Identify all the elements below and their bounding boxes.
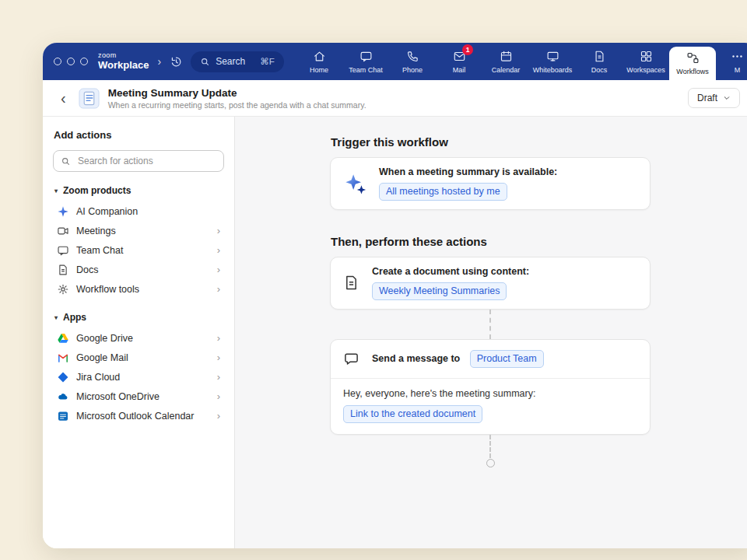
nav-item-phone[interactable]: Phone bbox=[389, 43, 436, 80]
sidebar-item-workflow-tools[interactable]: Workflow tools › bbox=[53, 279, 224, 299]
sidebar-item-label: Team Chat bbox=[76, 245, 123, 256]
send-message-header-row: Send a message to Product Team bbox=[331, 340, 650, 379]
navbar-left-cluster: zoom Workplace › Search ⌘F bbox=[43, 43, 284, 80]
message-body-section: Hey, everyone, here's the meeting summar… bbox=[331, 379, 650, 434]
nav-item-workflows-active[interactable]: Workflows bbox=[669, 47, 716, 80]
sidebar-item-docs[interactable]: Docs › bbox=[53, 260, 224, 279]
sidebar-heading: Add actions bbox=[54, 129, 223, 141]
workspaces-icon bbox=[640, 50, 653, 63]
trigger-card[interactable]: When a meeting summary is available: All… bbox=[330, 157, 651, 210]
video-camera-icon bbox=[57, 225, 69, 237]
nav-item-more-partial[interactable]: M bbox=[716, 43, 747, 80]
nav-item-team-chat[interactable]: Team Chat bbox=[342, 43, 389, 80]
nav-item-label: Team Chat bbox=[349, 66, 383, 74]
nav-item-home[interactable]: Home bbox=[296, 43, 342, 80]
sidebar-item-label: Microsoft OneDrive bbox=[76, 391, 160, 402]
trigger-scope-chip[interactable]: All meetings hosted by me bbox=[379, 183, 507, 201]
nav-item-docs[interactable]: Docs bbox=[576, 43, 622, 80]
workflows-icon bbox=[686, 51, 700, 65]
workflow-flow-column: Trigger this workflow When a meeting sum… bbox=[330, 135, 651, 467]
nav-item-mail[interactable]: 1 Mail bbox=[436, 43, 482, 80]
create-document-card[interactable]: Create a document using content: Weekly … bbox=[330, 257, 651, 310]
window-controls bbox=[54, 58, 88, 65]
ai-companion-sparkle-icon bbox=[57, 205, 69, 218]
nav-item-label: Workspaces bbox=[626, 66, 665, 74]
gear-icon bbox=[57, 283, 69, 296]
document-link-chip[interactable]: Link to the created document bbox=[343, 405, 482, 423]
workflow-header: ‹ Meeting Summary Update When a recurrin… bbox=[43, 80, 747, 117]
sidebar-item-label: Jira Cloud bbox=[76, 372, 120, 383]
send-message-card[interactable]: Send a message to Product Team Hey, ever… bbox=[330, 339, 651, 435]
nav-item-label: Whiteboards bbox=[533, 66, 573, 74]
navbar-tabs: Home Team Chat Phone 1 Mail bbox=[296, 43, 747, 80]
search-icon bbox=[200, 57, 210, 67]
chevron-right-icon: › bbox=[217, 226, 220, 236]
nav-item-label: Calendar bbox=[492, 66, 521, 74]
draft-status-label: Draft bbox=[697, 93, 717, 103]
docs-icon bbox=[593, 50, 606, 63]
workflow-subtitle: When a recurring meeting starts, post th… bbox=[108, 100, 366, 110]
chevron-right-icon: › bbox=[217, 391, 220, 401]
sidebar-item-label: AI Companion bbox=[76, 206, 138, 217]
create-document-card-content: Create a document using content: Weekly … bbox=[372, 266, 529, 300]
sidebar-item-label: Workflow tools bbox=[76, 284, 139, 295]
chat-bubble-icon bbox=[57, 244, 69, 257]
workflow-canvas: Trigger this workflow When a meeting sum… bbox=[235, 117, 747, 548]
google-drive-icon bbox=[57, 332, 69, 345]
recipient-chip[interactable]: Product Team bbox=[470, 350, 544, 368]
group-header-zoom-products[interactable]: ▾ Zoom products bbox=[54, 185, 223, 196]
create-document-title: Create a document using content: bbox=[372, 266, 529, 277]
group-header-apps[interactable]: ▾ Apps bbox=[54, 312, 223, 323]
chevron-right-icon: › bbox=[217, 352, 220, 362]
global-search-button[interactable]: Search ⌘F bbox=[191, 51, 284, 72]
document-content-chip[interactable]: Weekly Meeting Summaries bbox=[372, 282, 507, 300]
nav-item-whiteboards[interactable]: Whiteboards bbox=[529, 43, 576, 80]
send-message-title: Send a message to bbox=[372, 353, 460, 364]
workflow-title-block: Meeting Summary Update When a recurring … bbox=[108, 87, 366, 110]
outlook-calendar-icon bbox=[57, 410, 69, 422]
message-body-text: Hey, everyone, here's the meeting summar… bbox=[343, 388, 637, 399]
window-maximize-button[interactable] bbox=[80, 58, 88, 65]
actions-search-input[interactable] bbox=[76, 155, 216, 167]
document-icon bbox=[57, 264, 69, 276]
draft-status-dropdown[interactable]: Draft bbox=[688, 88, 740, 108]
sidebar-item-meetings[interactable]: Meetings › bbox=[53, 221, 224, 240]
gmail-icon bbox=[57, 352, 69, 364]
group-label: Zoom products bbox=[63, 185, 131, 196]
workflow-title: Meeting Summary Update bbox=[108, 87, 366, 99]
zoom-workplace-logo: zoom Workplace bbox=[98, 52, 149, 70]
back-chevron-icon[interactable]: ‹ bbox=[57, 90, 70, 106]
app-window: zoom Workplace › Search ⌘F bbox=[43, 43, 747, 548]
nav-item-label: Docs bbox=[591, 66, 608, 74]
nav-item-label: Mail bbox=[453, 66, 466, 74]
chevron-right-icon[interactable]: › bbox=[158, 55, 162, 68]
triangle-down-icon: ▾ bbox=[54, 314, 58, 321]
sidebar-item-google-mail[interactable]: Google Mail › bbox=[53, 348, 224, 367]
logo-workplace-text: Workplace bbox=[98, 60, 149, 71]
group-label: Apps bbox=[63, 312, 86, 323]
actions-search-box[interactable] bbox=[53, 150, 224, 172]
calendar-icon bbox=[500, 50, 513, 63]
nav-item-workspaces[interactable]: Workspaces bbox=[622, 43, 669, 80]
triangle-down-icon: ▾ bbox=[54, 187, 58, 194]
sidebar-item-label: Meetings bbox=[76, 226, 116, 236]
dashed-connector-end bbox=[489, 435, 491, 458]
actions-heading: Then, perform these actions bbox=[331, 235, 651, 248]
sidebar-item-microsoft-onedrive[interactable]: Microsoft OneDrive › bbox=[53, 387, 224, 406]
nav-item-label: M bbox=[735, 66, 741, 74]
sidebar-item-ai-companion[interactable]: AI Companion bbox=[53, 201, 224, 221]
window-close-button[interactable] bbox=[54, 58, 61, 65]
sidebar-item-team-chat[interactable]: Team Chat › bbox=[53, 240, 224, 260]
sidebar-item-jira-cloud[interactable]: Jira Cloud › bbox=[53, 367, 224, 387]
search-shortcut: ⌘F bbox=[260, 56, 275, 67]
window-minimize-button[interactable] bbox=[67, 58, 75, 65]
sidebar-item-google-drive[interactable]: Google Drive › bbox=[53, 328, 224, 348]
sidebar-item-label: Docs bbox=[76, 264, 98, 275]
history-icon[interactable] bbox=[170, 55, 183, 68]
sidebar-item-label: Google Drive bbox=[76, 333, 133, 344]
nav-item-calendar[interactable]: Calendar bbox=[482, 43, 529, 80]
onedrive-cloud-icon bbox=[57, 390, 69, 403]
trigger-card-title: When a meeting summary is available: bbox=[379, 166, 557, 177]
sidebar-item-microsoft-outlook-calendar[interactable]: Microsoft Outlook Calendar › bbox=[53, 406, 224, 425]
home-icon bbox=[313, 50, 326, 63]
